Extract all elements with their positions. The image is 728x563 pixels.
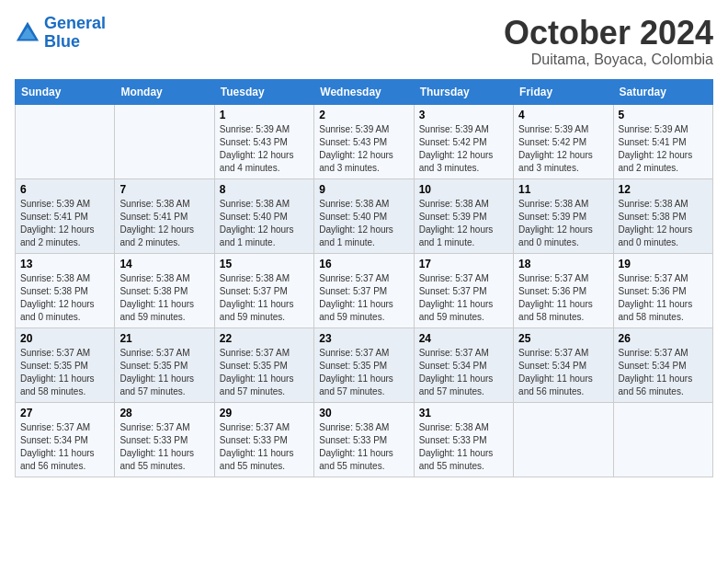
calendar-table: SundayMondayTuesdayWednesdayThursdayFrid… xyxy=(15,79,713,477)
day-number: 2 xyxy=(319,109,408,121)
day-info: Sunrise: 5:37 AM Sunset: 5:34 PM Dayligh… xyxy=(20,421,109,473)
weekday-header-cell: Saturday xyxy=(613,79,712,104)
day-number: 3 xyxy=(419,109,508,121)
calendar-day-cell: 14Sunrise: 5:38 AM Sunset: 5:38 PM Dayli… xyxy=(115,253,214,327)
calendar-day-cell xyxy=(514,402,613,477)
calendar-day-cell: 4Sunrise: 5:39 AM Sunset: 5:42 PM Daylig… xyxy=(514,104,613,178)
logo: General Blue xyxy=(15,15,106,52)
day-info: Sunrise: 5:37 AM Sunset: 5:35 PM Dayligh… xyxy=(319,347,408,398)
day-number: 20 xyxy=(20,332,109,345)
day-number: 11 xyxy=(518,183,608,196)
calendar-day-cell: 16Sunrise: 5:37 AM Sunset: 5:37 PM Dayli… xyxy=(314,253,414,327)
calendar-day-cell: 26Sunrise: 5:37 AM Sunset: 5:34 PM Dayli… xyxy=(613,327,712,402)
calendar-day-cell: 3Sunrise: 5:39 AM Sunset: 5:42 PM Daylig… xyxy=(414,104,513,178)
day-number: 29 xyxy=(220,407,309,419)
day-info: Sunrise: 5:37 AM Sunset: 5:35 PM Dayligh… xyxy=(119,347,209,398)
calendar-day-cell: 27Sunrise: 5:37 AM Sunset: 5:34 PM Dayli… xyxy=(16,402,115,477)
calendar-day-cell: 9Sunrise: 5:38 AM Sunset: 5:40 PM Daylig… xyxy=(314,178,414,253)
calendar-day-cell: 29Sunrise: 5:37 AM Sunset: 5:33 PM Dayli… xyxy=(214,402,313,477)
day-number: 25 xyxy=(518,332,608,345)
calendar-day-cell: 18Sunrise: 5:37 AM Sunset: 5:36 PM Dayli… xyxy=(514,253,613,327)
day-info: Sunrise: 5:38 AM Sunset: 5:41 PM Dayligh… xyxy=(119,198,209,249)
calendar-day-cell: 6Sunrise: 5:39 AM Sunset: 5:41 PM Daylig… xyxy=(16,178,115,253)
weekday-header-cell: Wednesday xyxy=(314,79,414,104)
weekday-header-cell: Monday xyxy=(115,79,214,104)
logo-text: General Blue xyxy=(44,15,106,52)
day-info: Sunrise: 5:39 AM Sunset: 5:43 PM Dayligh… xyxy=(319,123,408,175)
title-block: October 2024 Duitama, Boyaca, Colombia xyxy=(504,15,713,68)
day-info: Sunrise: 5:38 AM Sunset: 5:38 PM Dayligh… xyxy=(119,272,209,324)
day-number: 4 xyxy=(518,109,608,121)
day-number: 26 xyxy=(619,332,708,345)
calendar-day-cell: 25Sunrise: 5:37 AM Sunset: 5:34 PM Dayli… xyxy=(514,327,613,402)
day-info: Sunrise: 5:38 AM Sunset: 5:33 PM Dayligh… xyxy=(319,421,408,473)
day-info: Sunrise: 5:38 AM Sunset: 5:33 PM Dayligh… xyxy=(419,421,508,473)
calendar-day-cell: 1Sunrise: 5:39 AM Sunset: 5:43 PM Daylig… xyxy=(214,104,313,178)
day-info: Sunrise: 5:39 AM Sunset: 5:42 PM Dayligh… xyxy=(419,123,508,175)
day-info: Sunrise: 5:38 AM Sunset: 5:40 PM Dayligh… xyxy=(220,198,309,249)
day-info: Sunrise: 5:38 AM Sunset: 5:38 PM Dayligh… xyxy=(619,198,708,249)
day-number: 15 xyxy=(220,258,309,270)
day-number: 31 xyxy=(419,407,508,419)
weekday-header-cell: Friday xyxy=(514,79,613,104)
day-number: 22 xyxy=(220,332,309,345)
calendar-day-cell: 30Sunrise: 5:38 AM Sunset: 5:33 PM Dayli… xyxy=(314,402,414,477)
calendar-day-cell: 7Sunrise: 5:38 AM Sunset: 5:41 PM Daylig… xyxy=(115,178,214,253)
day-info: Sunrise: 5:37 AM Sunset: 5:35 PM Dayligh… xyxy=(20,347,109,398)
calendar-week-row: 20Sunrise: 5:37 AM Sunset: 5:35 PM Dayli… xyxy=(16,327,713,402)
day-number: 1 xyxy=(220,109,309,121)
calendar-day-cell: 15Sunrise: 5:38 AM Sunset: 5:37 PM Dayli… xyxy=(214,253,313,327)
calendar-day-cell: 13Sunrise: 5:38 AM Sunset: 5:38 PM Dayli… xyxy=(16,253,115,327)
day-number: 24 xyxy=(419,332,508,345)
day-info: Sunrise: 5:37 AM Sunset: 5:37 PM Dayligh… xyxy=(319,272,408,324)
calendar-day-cell: 28Sunrise: 5:37 AM Sunset: 5:33 PM Dayli… xyxy=(115,402,214,477)
day-number: 13 xyxy=(20,258,109,270)
day-info: Sunrise: 5:38 AM Sunset: 5:40 PM Dayligh… xyxy=(319,198,408,249)
day-number: 10 xyxy=(419,183,508,196)
day-info: Sunrise: 5:38 AM Sunset: 5:39 PM Dayligh… xyxy=(518,198,608,249)
calendar-week-row: 1Sunrise: 5:39 AM Sunset: 5:43 PM Daylig… xyxy=(16,104,713,178)
day-info: Sunrise: 5:37 AM Sunset: 5:36 PM Dayligh… xyxy=(619,272,708,324)
weekday-header-cell: Tuesday xyxy=(214,79,313,104)
day-info: Sunrise: 5:37 AM Sunset: 5:37 PM Dayligh… xyxy=(419,272,508,324)
day-number: 18 xyxy=(518,258,608,270)
weekday-header-cell: Thursday xyxy=(414,79,513,104)
day-info: Sunrise: 5:37 AM Sunset: 5:36 PM Dayligh… xyxy=(518,272,608,324)
main-title: October 2024 xyxy=(504,15,713,52)
weekday-header-cell: Sunday xyxy=(16,79,115,104)
calendar-day-cell: 5Sunrise: 5:39 AM Sunset: 5:41 PM Daylig… xyxy=(613,104,712,178)
calendar-week-row: 6Sunrise: 5:39 AM Sunset: 5:41 PM Daylig… xyxy=(16,178,713,253)
day-number: 27 xyxy=(20,407,109,419)
day-info: Sunrise: 5:39 AM Sunset: 5:41 PM Dayligh… xyxy=(20,198,109,249)
calendar-day-cell: 22Sunrise: 5:37 AM Sunset: 5:35 PM Dayli… xyxy=(214,327,313,402)
day-info: Sunrise: 5:37 AM Sunset: 5:34 PM Dayligh… xyxy=(518,347,608,398)
logo-icon xyxy=(15,20,40,46)
calendar-day-cell xyxy=(16,104,115,178)
day-number: 23 xyxy=(319,332,408,345)
day-info: Sunrise: 5:37 AM Sunset: 5:35 PM Dayligh… xyxy=(220,347,309,398)
day-number: 14 xyxy=(119,258,209,270)
day-number: 28 xyxy=(119,407,209,419)
calendar-day-cell: 8Sunrise: 5:38 AM Sunset: 5:40 PM Daylig… xyxy=(214,178,313,253)
calendar-day-cell: 21Sunrise: 5:37 AM Sunset: 5:35 PM Dayli… xyxy=(115,327,214,402)
calendar-day-cell: 24Sunrise: 5:37 AM Sunset: 5:34 PM Dayli… xyxy=(414,327,513,402)
calendar-day-cell: 10Sunrise: 5:38 AM Sunset: 5:39 PM Dayli… xyxy=(414,178,513,253)
calendar-day-cell: 11Sunrise: 5:38 AM Sunset: 5:39 PM Dayli… xyxy=(514,178,613,253)
day-info: Sunrise: 5:38 AM Sunset: 5:39 PM Dayligh… xyxy=(419,198,508,249)
day-number: 19 xyxy=(619,258,708,270)
calendar-day-cell: 2Sunrise: 5:39 AM Sunset: 5:43 PM Daylig… xyxy=(314,104,414,178)
day-info: Sunrise: 5:39 AM Sunset: 5:42 PM Dayligh… xyxy=(518,123,608,175)
calendar-body: 1Sunrise: 5:39 AM Sunset: 5:43 PM Daylig… xyxy=(16,104,713,477)
day-number: 8 xyxy=(220,183,309,196)
subtitle: Duitama, Boyaca, Colombia xyxy=(504,52,713,68)
day-info: Sunrise: 5:37 AM Sunset: 5:34 PM Dayligh… xyxy=(419,347,508,398)
day-info: Sunrise: 5:37 AM Sunset: 5:33 PM Dayligh… xyxy=(220,421,309,473)
calendar-day-cell: 20Sunrise: 5:37 AM Sunset: 5:35 PM Dayli… xyxy=(16,327,115,402)
day-number: 7 xyxy=(119,183,209,196)
day-number: 12 xyxy=(619,183,708,196)
day-number: 17 xyxy=(419,258,508,270)
day-number: 5 xyxy=(619,109,708,121)
day-info: Sunrise: 5:38 AM Sunset: 5:38 PM Dayligh… xyxy=(20,272,109,324)
day-info: Sunrise: 5:37 AM Sunset: 5:34 PM Dayligh… xyxy=(619,347,708,398)
day-number: 30 xyxy=(319,407,408,419)
